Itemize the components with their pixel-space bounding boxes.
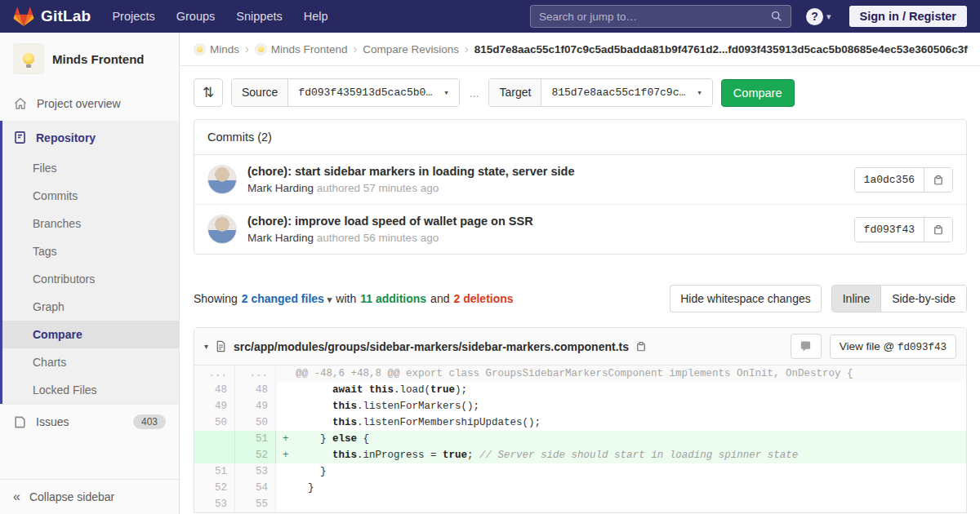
commit-list: (chore): start sidebar markers in loadin… — [194, 155, 966, 254]
old-line-number[interactable]: 52 — [194, 480, 235, 496]
source-ref-dropdown[interactable]: fd093f435913d5cac5b0… ▾ — [288, 79, 458, 106]
breadcrumb-separator-icon: › — [245, 42, 249, 55]
commit-author-link[interactable]: Mark Harding — [247, 182, 314, 194]
sidebar-item-locked-files[interactable]: Locked Files — [2, 376, 179, 404]
breadcrumb-item[interactable]: Minds — [194, 43, 239, 55]
sidebar-item-compare[interactable]: Compare — [2, 321, 179, 348]
diff-line-content: } — [276, 463, 966, 480]
sidebar-item-issues[interactable]: Issues 403 — [0, 404, 179, 439]
new-line-number[interactable]: 48 — [235, 382, 276, 398]
added-line-sign: + — [283, 431, 289, 447]
breadcrumb-current: 815d7e8aac55c1f07c9c5ad5badda81b9f4761d2… — [474, 43, 968, 55]
changed-files-dropdown[interactable]: 2 changed files ▾ — [242, 292, 332, 305]
file-icon — [215, 340, 227, 352]
old-line-number[interactable] — [194, 431, 235, 447]
new-line-number[interactable]: 53 — [235, 463, 276, 480]
sidebar-item-label: Repository — [36, 131, 96, 144]
view-file-button[interactable]: View file @ fd093f43 — [830, 335, 956, 359]
sidebar-project-header[interactable]: Minds Frontend — [0, 33, 179, 86]
sidebar-item-charts[interactable]: Charts — [2, 348, 179, 376]
old-line-number[interactable]: 49 — [194, 398, 235, 414]
new-line-number[interactable]: ... — [235, 366, 276, 382]
diff-line-content: } — [276, 480, 966, 496]
and-label: and — [430, 292, 449, 305]
help-icon: ? — [806, 8, 823, 25]
chevron-down-icon: ▾ — [826, 11, 831, 22]
breadcrumb-separator-icon: › — [353, 42, 357, 55]
source-ref-group: Source fd093f435913d5cac5b0… ▾ — [231, 78, 460, 107]
new-line-number[interactable]: 55 — [235, 496, 276, 512]
navbar-link-help[interactable]: Help — [304, 10, 328, 23]
old-line-number[interactable]: 50 — [194, 414, 235, 431]
search-input[interactable] — [539, 11, 771, 23]
old-line-number[interactable]: 51 — [194, 463, 235, 480]
diff-line-content: this.listenForMarkers(); — [276, 398, 966, 414]
commit-list-item: (chore): improve load speed of wallet pa… — [194, 204, 966, 254]
old-line-number[interactable]: 48 — [194, 382, 235, 398]
source-ref-value: fd093f435913d5cac5b0… — [298, 86, 432, 99]
sidebar-section-repository: Repository FilesCommitsBranchesTagsContr… — [0, 121, 179, 404]
sidebar-item-commits[interactable]: Commits — [2, 182, 179, 210]
diff-line: 5050 this.listenForMembershipUpdates(); — [194, 414, 966, 431]
hide-whitespace-button[interactable]: Hide whitespace changes — [670, 285, 822, 312]
breadcrumb-item[interactable]: Compare Revisions — [363, 43, 459, 55]
navbar-link-projects[interactable]: Projects — [112, 10, 154, 23]
navbar-link-snippets[interactable]: Snippets — [236, 10, 282, 23]
sidebar-item-graph[interactable]: Graph — [2, 293, 179, 321]
collapse-diff-icon[interactable]: ▾ — [204, 342, 208, 351]
sidebar-item-repository[interactable]: Repository — [2, 121, 179, 154]
commit-sha-link[interactable]: fd093f43 — [855, 218, 924, 241]
sidebar-item-project-overview[interactable]: Project overview — [0, 86, 179, 121]
commit-sha-link[interactable]: 1a0dc356 — [855, 168, 924, 192]
collapse-sidebar-button[interactable]: « Collapse sidebar — [0, 479, 179, 514]
chevron-down-icon: ▾ — [697, 87, 702, 98]
chevron-down-icon: ▾ — [443, 87, 449, 98]
new-line-number[interactable]: 49 — [235, 398, 276, 414]
inline-view-button[interactable]: Inline — [832, 286, 880, 312]
new-line-number[interactable]: 54 — [235, 480, 276, 496]
copy-path-icon[interactable] — [635, 340, 647, 352]
old-line-number[interactable]: ... — [194, 366, 235, 382]
new-line-number[interactable]: 50 — [235, 414, 276, 431]
help-menu[interactable]: ? ▾ — [806, 8, 831, 25]
gitlab-logo[interactable]: GitLab — [13, 7, 91, 27]
breadcrumb-item[interactable]: Minds Frontend — [255, 43, 348, 55]
home-icon — [13, 96, 28, 111]
commit-title[interactable]: (chore): improve load speed of wallet pa… — [247, 215, 844, 228]
comment-bubble-icon — [800, 340, 812, 352]
diff-line: 5153 } — [194, 463, 966, 480]
copy-sha-button[interactable] — [924, 168, 952, 192]
old-line-number[interactable]: 53 — [194, 496, 235, 512]
sign-in-register-button[interactable]: Sign in / Register — [849, 6, 967, 27]
toggle-comments-button[interactable] — [791, 334, 822, 359]
commit-author-link[interactable]: Mark Harding — [247, 232, 314, 244]
side-by-side-view-button[interactable]: Side-by-side — [880, 286, 966, 312]
sidebar-item-contributors[interactable]: Contributors — [2, 265, 179, 293]
diff-line: 51+ } else { — [194, 431, 966, 447]
source-label: Source — [232, 79, 288, 106]
old-line-number[interactable] — [194, 447, 235, 463]
target-ref-dropdown[interactable]: 815d7e8aac55c1f07c9c… ▾ — [541, 79, 711, 106]
global-search[interactable] — [530, 5, 791, 28]
project-title: Minds Frontend — [52, 52, 145, 66]
copy-sha-button[interactable] — [924, 218, 952, 241]
commit-main: (chore): start sidebar markers in loadin… — [247, 165, 844, 194]
sidebar-item-files[interactable]: Files — [2, 154, 179, 182]
commit-sha-group: 1a0dc356 — [854, 167, 953, 193]
swap-revisions-button[interactable]: ⇅ — [194, 78, 223, 107]
sidebar-item-branches[interactable]: Branches — [2, 210, 179, 237]
repository-subnav: FilesCommitsBranchesTagsContributorsGrap… — [2, 154, 179, 404]
search-icon — [771, 11, 782, 22]
showing-label: Showing — [194, 292, 238, 305]
compare-button[interactable]: Compare — [721, 79, 795, 107]
diff-summary-bar: Showing 2 changed files ▾ with 11 additi… — [194, 285, 967, 312]
new-line-number[interactable]: 51 — [235, 431, 276, 447]
commit-title[interactable]: (chore): start sidebar markers in loadin… — [247, 165, 844, 178]
sidebar-item-tags[interactable]: Tags — [2, 237, 179, 265]
new-line-number[interactable]: 52 — [235, 447, 276, 463]
group-avatar-icon — [255, 43, 267, 55]
diff-file-path[interactable]: src/app/modules/groups/sidebar-markers/s… — [234, 340, 629, 353]
navbar-link-groups[interactable]: Groups — [176, 10, 216, 23]
collapse-icon: « — [13, 490, 20, 504]
author-avatar — [207, 215, 237, 244]
